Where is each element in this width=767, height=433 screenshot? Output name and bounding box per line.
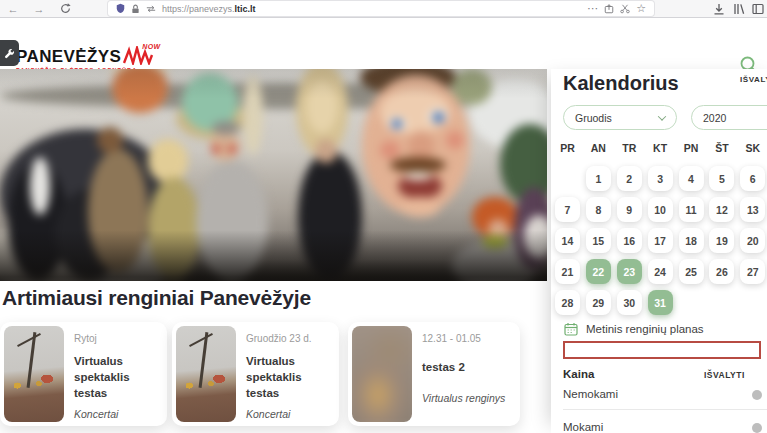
calendar-sidebar: Kalendorius IŠVALYTI Gruodis 2020 PRANTR…	[551, 69, 767, 433]
calendar-day-9[interactable]: 9	[617, 197, 642, 222]
calendar-day-13[interactable]: 13	[740, 197, 765, 222]
event-card-title: Virtualus spektaklis testas	[246, 353, 331, 401]
event-card[interactable]: RytojVirtualus spektaklis testasKoncerta…	[0, 322, 167, 426]
annual-plan-input[interactable]	[563, 341, 761, 359]
bookmark-star-icon[interactable]: ☆	[636, 2, 646, 15]
back-icon[interactable]: ←	[4, 0, 22, 17]
calendar-day-15[interactable]: 15	[586, 228, 611, 253]
calendar-day-7[interactable]: 7	[555, 197, 580, 222]
address-bar[interactable]: https://panevezys.ltic.lt ⋯ ☆	[108, 1, 654, 16]
calendar-day-26[interactable]: 26	[709, 259, 734, 284]
calendar-day-header: TR	[614, 142, 645, 154]
price-option-free-toggle[interactable]	[752, 390, 762, 400]
event-card-image	[176, 326, 236, 422]
calendar-day-11[interactable]: 11	[679, 197, 704, 222]
calendar-day-2[interactable]: 2	[617, 166, 642, 191]
downloads-icon[interactable]	[711, 2, 727, 16]
calendar-day-header: PR	[552, 142, 583, 154]
calendar-day-header: ŠT	[706, 142, 737, 154]
event-card-date: Gruodžio 23 d.	[246, 333, 331, 344]
event-card-text: RytojVirtualus spektaklis testasKoncerta…	[74, 326, 163, 422]
tracking-shield-icon[interactable]	[116, 3, 125, 14]
calendar-day-25[interactable]: 25	[679, 259, 704, 284]
browser-toolbar: ← → https://panevezys.ltic.lt ⋯ ☆	[0, 0, 767, 18]
event-card[interactable]: Gruodžio 23 d.Virtualus spektaklis testa…	[172, 322, 339, 426]
calendar-day-1[interactable]: 1	[586, 166, 611, 191]
reload-icon[interactable]	[56, 0, 74, 17]
chevron-down-icon	[658, 112, 666, 120]
calendar-day-31[interactable]: 31	[648, 290, 673, 315]
calendar-days-grid: 1234567891011121314151617181920212223242…	[552, 163, 767, 318]
url-text[interactable]: https://panevezys.ltic.lt	[162, 4, 256, 14]
event-card-text: 12.31 - 01.05testas 2Virtualus renginys	[422, 326, 509, 422]
screenshot-icon[interactable]	[620, 4, 630, 14]
annual-plan-checkbox[interactable]: Metinis renginių planas	[564, 322, 704, 336]
event-card-category: Koncertai	[74, 408, 159, 420]
calendar-day-24[interactable]: 24	[648, 259, 673, 284]
calendar-day-3[interactable]: 3	[648, 166, 673, 191]
calendar-day-header: PN	[676, 142, 707, 154]
event-card-image	[352, 326, 412, 422]
event-cards-row: RytojVirtualus spektaklis testasKoncerta…	[0, 322, 551, 428]
logo-zigzag-icon: NOW	[123, 46, 157, 65]
event-card-title: testas 2	[422, 359, 505, 375]
calendar-day-10[interactable]: 10	[648, 197, 673, 222]
calendar-day-22[interactable]: 22	[586, 259, 611, 284]
wrench-icon	[4, 48, 15, 59]
price-clear-button[interactable]: IŠVALYTI	[704, 370, 745, 380]
calendar-day-19[interactable]: 19	[709, 228, 734, 253]
calendar-day-18[interactable]: 18	[679, 228, 704, 253]
calendar-day-4[interactable]: 4	[679, 166, 704, 191]
calendar-day-17[interactable]: 17	[648, 228, 673, 253]
event-card[interactable]: 12.31 - 01.05testas 2Virtualus renginys	[348, 322, 520, 426]
event-card-text: Gruodžio 23 d.Virtualus spektaklis testa…	[246, 326, 335, 422]
accessibility-tools-tab[interactable]	[0, 40, 19, 66]
price-option-free-label[interactable]: Nemokami	[563, 388, 618, 400]
permissions-icon[interactable]	[146, 5, 156, 13]
lock-icon[interactable]	[131, 4, 140, 14]
event-card-date: Rytoj	[74, 333, 159, 344]
calendar-day-8[interactable]: 8	[586, 197, 611, 222]
calendar-day-header: SK	[737, 142, 767, 154]
calendar-day-6[interactable]: 6	[740, 166, 765, 191]
calendar-day-21[interactable]: 21	[555, 259, 580, 284]
year-select[interactable]: 2020	[691, 105, 767, 130]
month-select[interactable]: Gruodis	[563, 105, 677, 130]
price-option-paid-toggle[interactable]	[752, 423, 762, 433]
calendar-day-23[interactable]: 23	[617, 259, 642, 284]
calendar-day-header: KT	[645, 142, 676, 154]
calendar-icon	[564, 322, 578, 336]
calendar-clear-button[interactable]: IŠVALYTI	[740, 75, 767, 84]
event-card-image	[4, 326, 64, 422]
calendar-day-20[interactable]: 20	[740, 228, 765, 253]
page: ← → https://panevezys.ltic.lt ⋯ ☆	[0, 0, 767, 433]
calendar-day-14[interactable]: 14	[555, 228, 580, 253]
library-icon[interactable]	[731, 2, 747, 16]
event-card-title: Virtualus spektaklis testas	[74, 353, 159, 401]
calendar-day-16[interactable]: 16	[617, 228, 642, 253]
calendar-day-5[interactable]: 5	[709, 166, 734, 191]
forward-icon[interactable]: →	[30, 0, 48, 17]
send-tab-icon[interactable]	[604, 4, 614, 14]
logo-now-label: NOW	[142, 43, 160, 50]
calendar-day-headers: PRANTRKTPNŠTSK	[552, 142, 767, 154]
calendar-day-27[interactable]: 27	[740, 259, 765, 284]
hero-image	[0, 69, 547, 281]
hero-vignette	[0, 69, 547, 281]
price-option-paid-label[interactable]: Mokami	[563, 421, 603, 433]
calendar-day-header: AN	[583, 142, 614, 154]
year-select-value: 2020	[703, 112, 726, 124]
calendar-day-29[interactable]: 29	[586, 290, 611, 315]
calendar-title: Kalendorius	[563, 72, 679, 95]
sidebar-toggle-icon[interactable]	[750, 2, 766, 16]
logo-title: PANEVĖŽYS	[16, 48, 121, 65]
price-filter-label: Kaina	[563, 368, 594, 380]
page-actions-icon[interactable]: ⋯	[587, 2, 598, 15]
site-header: PANEVĖŽYS NOW PANEVĖŽIO PLĖTROS AGENTŪRA	[0, 18, 767, 69]
calendar-day-28[interactable]: 28	[555, 290, 580, 315]
event-card-category: Virtualus renginys	[422, 392, 505, 404]
divider	[563, 409, 767, 410]
calendar-day-30[interactable]: 30	[617, 290, 642, 315]
month-select-value: Gruodis	[575, 112, 612, 124]
calendar-day-12[interactable]: 12	[709, 197, 734, 222]
